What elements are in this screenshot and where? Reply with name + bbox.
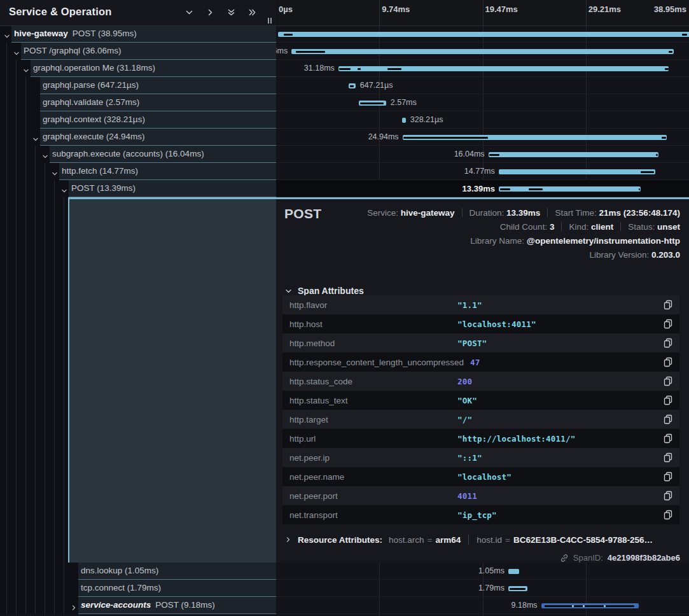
copy-icon[interactable] (664, 433, 672, 444)
indent-guide (16, 111, 17, 129)
span-name-cell[interactable]: graphql.operation Me (31.18ms) (0, 60, 276, 77)
span-timeline-cell[interactable]: 9.18ms (276, 597, 689, 614)
bar-segment (284, 34, 293, 36)
span-name-cell[interactable]: http.fetch (14.77ms) (0, 163, 276, 180)
expander-chevron-down-icon[interactable] (23, 65, 29, 76)
span-timeline-cell[interactable]: 14.77ms (276, 163, 689, 180)
span-row[interactable]: dns.lookup (1.05ms)1.05ms (0, 563, 689, 580)
indent-guide (45, 597, 45, 614)
expander-chevron-down-icon[interactable] (52, 168, 58, 179)
indent-guide (16, 129, 17, 146)
span-duration-bar[interactable] (489, 152, 658, 157)
span-duration-bar[interactable] (499, 169, 655, 174)
span-duration-bar[interactable] (499, 186, 641, 192)
expander-chevron-right-icon[interactable] (71, 602, 77, 613)
span-name-cell[interactable]: graphql.context (328.21µs) (0, 111, 276, 129)
span-duration-bar[interactable] (541, 603, 639, 608)
span-name-cell[interactable]: graphql.execute (24.94ms) (0, 129, 276, 146)
span-timeline-cell[interactable]: 328.21µs (276, 111, 689, 129)
chevron-right-icon[interactable] (205, 7, 215, 17)
indent-guide (45, 580, 45, 597)
copy-icon[interactable] (664, 472, 672, 482)
span-row[interactable]: POST /graphql (36.06ms)36.06ms (0, 43, 689, 60)
copy-icon[interactable] (664, 510, 672, 520)
copy-icon[interactable] (664, 357, 672, 367)
span-row[interactable]: service-accountsPOST (9.18ms)9.18ms (0, 597, 689, 614)
span-row[interactable]: tcp.connect (1.79ms)1.79ms (0, 580, 689, 597)
span-duration-bar[interactable] (508, 586, 527, 591)
span-name-cell[interactable]: dns.lookup (1.05ms) (0, 563, 276, 580)
column-resize-grip[interactable] (268, 18, 272, 24)
resource-attributes-toggle[interactable]: Resource Attributes:host.arch=arm64host.… (285, 535, 653, 545)
span-duration-bar[interactable] (403, 135, 667, 140)
meta-value: 13.39ms (506, 208, 540, 218)
span-duration-bar[interactable] (359, 101, 386, 106)
attribute-row: http.status_text"OK" (282, 391, 679, 410)
span-name-cell[interactable]: hive-gatewayPOST (38.95ms) (0, 25, 276, 43)
expander-chevron-down-icon[interactable] (32, 134, 39, 145)
attribute-row: http.host"localhost:4011" (282, 314, 679, 333)
span-row[interactable]: graphql.parse (647.21µs)647.21µs (0, 77, 689, 94)
span-row[interactable]: http.fetch (14.77ms)14.77ms (0, 163, 689, 180)
span-duration-bar[interactable] (402, 118, 405, 123)
span-duration-bar[interactable] (278, 32, 689, 37)
timeline-ruler[interactable]: 0µs9.74ms19.47ms29.21ms38.95ms (276, 0, 689, 26)
copy-icon[interactable] (664, 300, 672, 310)
span-name-cell[interactable]: service-accountsPOST (9.18ms) (0, 597, 276, 614)
span-duration-bar[interactable] (291, 49, 674, 54)
span-row[interactable]: graphql.validate (2.57ms)2.57ms (0, 94, 689, 111)
span-timeline-cell[interactable] (276, 25, 689, 43)
copy-icon[interactable] (664, 452, 672, 463)
span-name-cell[interactable]: tcp.connect (1.79ms) (0, 580, 276, 597)
service-operation-title: Service & Operation (9, 6, 112, 18)
span-timeline-cell[interactable]: 16.04ms (276, 146, 689, 163)
double-chevron-down-icon[interactable] (226, 7, 236, 17)
span-timeline-cell[interactable]: 1.05ms (276, 563, 689, 580)
copy-icon[interactable] (664, 338, 672, 348)
span-timeline-cell[interactable]: 24.94ms (276, 129, 689, 146)
indent-guide (64, 563, 64, 580)
selected-span-region[interactable] (68, 199, 276, 563)
expander-chevron-down-icon[interactable] (61, 185, 67, 197)
chevron-down-icon[interactable] (184, 7, 194, 17)
span-rows-below-detail: dns.lookup (1.05ms)1.05mstcp.connect (1.… (0, 563, 689, 614)
copy-icon[interactable] (664, 319, 672, 329)
span-attributes-toggle[interactable]: Span Attributes (285, 286, 364, 296)
span-name-label: graphql.execute (24.94ms) (43, 129, 145, 145)
span-timeline-cell[interactable]: 31.18ms (276, 60, 689, 77)
span-timeline-cell[interactable]: 36.06ms (276, 43, 689, 60)
span-duration-bar[interactable] (349, 83, 356, 88)
indent-guide (25, 94, 26, 111)
expander-chevron-down-icon[interactable] (4, 31, 10, 42)
expander-chevron-down-icon[interactable] (42, 151, 48, 162)
span-name-cell[interactable]: POST /graphql (36.06ms) (0, 43, 276, 60)
span-row[interactable]: graphql.execute (24.94ms)24.94ms (0, 129, 689, 146)
span-duration-bar[interactable] (508, 569, 519, 574)
span-row[interactable]: hive-gatewayPOST (38.95ms) (0, 25, 689, 43)
double-chevron-right-icon[interactable] (247, 7, 257, 17)
span-name-cell[interactable]: POST (13.39ms) (0, 180, 276, 197)
indent-guide (6, 77, 7, 94)
span-row[interactable]: graphql.operation Me (31.18ms)31.18ms (0, 60, 689, 77)
copy-icon[interactable] (664, 491, 672, 501)
expander-chevron-down-icon[interactable] (13, 48, 20, 59)
span-timeline-cell[interactable]: 647.21µs (276, 77, 689, 94)
indent-guide (25, 197, 26, 563)
span-name-cell[interactable]: graphql.parse (647.21µs) (0, 77, 276, 94)
span-name-cell[interactable]: graphql.validate (2.57ms) (0, 94, 276, 111)
indent-guide (6, 60, 7, 77)
copy-icon[interactable] (664, 376, 672, 386)
indent-guide (25, 129, 26, 146)
copy-icon[interactable] (664, 414, 672, 424)
span-row[interactable]: POST (13.39ms)13.39ms (0, 180, 689, 197)
span-name-cell[interactable]: subgraph.execute (accounts) (16.04ms) (0, 146, 276, 163)
link-icon[interactable] (560, 554, 569, 563)
span-timeline-cell[interactable]: 2.57ms (276, 94, 689, 111)
span-row[interactable]: subgraph.execute (accounts) (16.04ms)16.… (0, 146, 689, 163)
span-duration-bar[interactable] (338, 66, 669, 71)
span-row[interactable]: graphql.context (328.21µs)328.21µs (0, 111, 689, 129)
span-timeline-cell[interactable]: 13.39ms (276, 180, 689, 197)
span-timeline-cell[interactable]: 1.79ms (276, 580, 689, 597)
bar-segment (583, 605, 585, 607)
copy-icon[interactable] (664, 395, 672, 405)
